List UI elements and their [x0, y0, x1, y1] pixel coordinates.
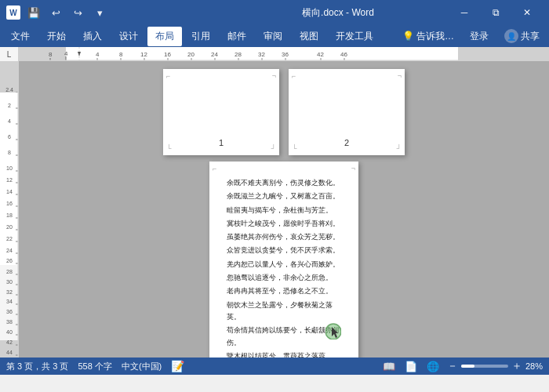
tab-insert[interactable]: 插入 — [75, 27, 110, 46]
svg-text:4: 4 — [96, 51, 100, 58]
zoom-percent[interactable]: 28% — [525, 361, 543, 371]
corner-br-2: ┘ — [397, 144, 402, 152]
minimize-button[interactable]: ─ — [449, 0, 480, 25]
content-line: 朝饮木兰之坠露兮，夕餐秋菊之落英。 — [227, 299, 341, 324]
svg-rect-2 — [458, 47, 549, 60]
content-line: 忽驰骛以追逐兮，非余心之所急。 — [227, 272, 341, 284]
ribbon-right: 💡 告诉我… 登录 👤 共享 — [396, 27, 546, 45]
svg-text:20: 20 — [187, 51, 195, 58]
view-web-button[interactable]: 🌐 — [425, 359, 441, 373]
view-print-button[interactable]: 📄 — [403, 359, 419, 373]
svg-text:4: 4 — [64, 50, 68, 57]
svg-text:12: 12 — [6, 177, 13, 183]
corner-tr-3: ¬ — [351, 165, 355, 172]
ruler-corner[interactable]: L — [0, 47, 19, 61]
corner-tl-3: ⌐ — [213, 165, 216, 172]
svg-rect-1 — [19, 47, 66, 60]
svg-text:46: 46 — [340, 51, 347, 58]
svg-text:18: 18 — [6, 212, 13, 218]
svg-text:28: 28 — [6, 269, 13, 274]
content-line: 余既不难夫离别兮，伤灵修之数化。 — [227, 177, 341, 189]
content-line: 虽萎绝其亦何伤兮，哀众芳之芜秽。 — [227, 231, 341, 243]
corner-bl: └ — [166, 144, 171, 152]
ruler-v-svg: 2.4 2 4 6 8 10 12 14 16 18 20 22 24 — [0, 61, 19, 358]
tab-developer[interactable]: 开发工具 — [328, 27, 381, 46]
corner-br: ┘ — [271, 144, 276, 152]
content-line: 老冉冉其将至兮，恐修名之不立。 — [227, 285, 341, 297]
tab-layout[interactable]: 布局 — [147, 27, 182, 46]
page-3: ⌐ ¬ └ ┘ 余既不难夫离别兮，伤灵修之数化。余既滋兰之九畹兮，又树蕙之百亩。… — [209, 162, 358, 358]
view-read-button[interactable]: 📖 — [381, 359, 397, 373]
svg-text:20: 20 — [6, 224, 13, 230]
tab-references[interactable]: 引用 — [184, 27, 218, 46]
save-button[interactable]: 💾 — [25, 4, 42, 21]
document-area: ⌐ ¬ └ ┘ 1 ⌐ ¬ └ ┘ 2 ⌐ ¬ └ ┘ 余既不难夫离别兮，伤灵修… — [19, 61, 549, 358]
svg-text:2: 2 — [8, 103, 11, 108]
page-3-content: 余既不难夫离别兮，伤灵修之数化。余既滋兰之九畹兮，又树蕙之百亩。畦留夷与揭车兮，… — [209, 162, 358, 358]
svg-text:8: 8 — [8, 150, 11, 155]
content-line: 众皆竞进以贪婪兮，凭不厌乎求索。 — [227, 245, 341, 256]
zoom-in-button[interactable]: ＋ — [511, 359, 522, 373]
titlebar-left: W 💾 ↩ ↪ ▾ — [6, 4, 227, 21]
corner-tr-2: ¬ — [398, 72, 402, 80]
status-bar: 第 3 页，共 3 页 558 个字 中文(中国) 📝 📖 📄 🌐 － ＋ 28… — [0, 358, 549, 375]
svg-text:42: 42 — [317, 51, 324, 58]
horizontal-ruler: 8 4 4 8 12 16 20 24 28 32 36 42 — [19, 47, 549, 60]
share-button[interactable]: 👤 共享 — [498, 27, 546, 45]
corner-bl-2: └ — [292, 144, 296, 152]
ruler-svg: 8 4 4 8 12 16 20 24 28 32 36 42 — [19, 47, 549, 60]
customize-button[interactable]: ▾ — [91, 4, 108, 21]
corner-tr: ¬ — [272, 72, 276, 80]
content-line: 羌内恕己以量人兮，各兴心而嫉妒。 — [227, 259, 341, 270]
svg-text:34: 34 — [6, 299, 13, 304]
svg-text:40: 40 — [6, 329, 13, 335]
content-line: 余既滋兰之九畹兮，又树蕙之百亩。 — [227, 191, 341, 202]
svg-text:28: 28 — [235, 51, 242, 58]
undo-button[interactable]: ↩ — [47, 4, 64, 21]
ribbon: 文件 开始 插入 设计 布局 引用 邮件 审阅 视图 开发工具 💡 告诉我… 登… — [0, 25, 549, 47]
zoom-control: － ＋ 28% — [447, 359, 543, 373]
horizontal-ruler-area: L 8 4 4 8 12 16 — [0, 47, 549, 61]
svg-text:6: 6 — [8, 134, 11, 140]
svg-text:24: 24 — [6, 248, 13, 253]
svg-text:12: 12 — [140, 51, 147, 58]
svg-text:16: 16 — [6, 201, 13, 206]
tell-me-button[interactable]: 💡 告诉我… — [396, 27, 460, 45]
restore-button[interactable]: ⧉ — [480, 0, 511, 25]
page-1: ⌐ ¬ └ ┘ 1 — [163, 69, 279, 155]
tab-start[interactable]: 开始 — [39, 27, 74, 46]
tab-view[interactable]: 视图 — [292, 27, 326, 46]
content-line: 畦留夷与揭车兮，杂杜衡与芳芷。 — [227, 205, 341, 216]
page-number-2: 2 — [344, 138, 349, 147]
svg-text:38: 38 — [6, 319, 13, 325]
svg-text:22: 22 — [6, 236, 13, 241]
tab-file[interactable]: 文件 — [3, 27, 38, 46]
zoom-slider[interactable] — [461, 365, 508, 368]
main-area: 2.4 2 4 6 8 10 12 14 16 18 20 22 24 — [0, 61, 549, 358]
zoom-out-button[interactable]: － — [447, 359, 458, 373]
word-icon: W — [6, 5, 20, 20]
svg-text:32: 32 — [6, 289, 13, 295]
tab-review[interactable]: 审阅 — [256, 27, 290, 46]
login-button[interactable]: 登录 — [464, 27, 495, 45]
corner-tl: ⌐ — [166, 72, 170, 80]
content-line: 苟余情其信姱以练要兮，长顑颔亦何伤。 — [227, 325, 341, 349]
svg-text:2.4: 2.4 — [5, 87, 13, 93]
close-button[interactable]: ✕ — [511, 0, 543, 25]
tab-design[interactable]: 设计 — [111, 27, 146, 46]
svg-text:44: 44 — [6, 350, 13, 355]
tab-mailings[interactable]: 邮件 — [220, 27, 254, 46]
svg-text:16: 16 — [164, 51, 171, 58]
svg-text:24: 24 — [211, 51, 218, 58]
page-number-1: 1 — [219, 138, 224, 147]
statusbar-right: 📖 📄 🌐 － ＋ 28% — [381, 359, 543, 373]
redo-button[interactable]: ↪ — [69, 4, 86, 21]
svg-text:36: 36 — [282, 51, 289, 58]
page-row-top: ⌐ ¬ └ ┘ 1 ⌐ ¬ └ ┘ 2 — [163, 69, 405, 155]
window-controls: ─ ⧉ ✕ — [449, 0, 543, 25]
vertical-ruler: 2.4 2 4 6 8 10 12 14 16 18 20 22 24 — [0, 61, 19, 358]
word-count: 558 个字 — [78, 361, 111, 372]
svg-text:4: 4 — [8, 118, 11, 124]
document-title: 横向.docx - Word — [227, 6, 449, 20]
language: 中文(中国) — [122, 361, 162, 372]
